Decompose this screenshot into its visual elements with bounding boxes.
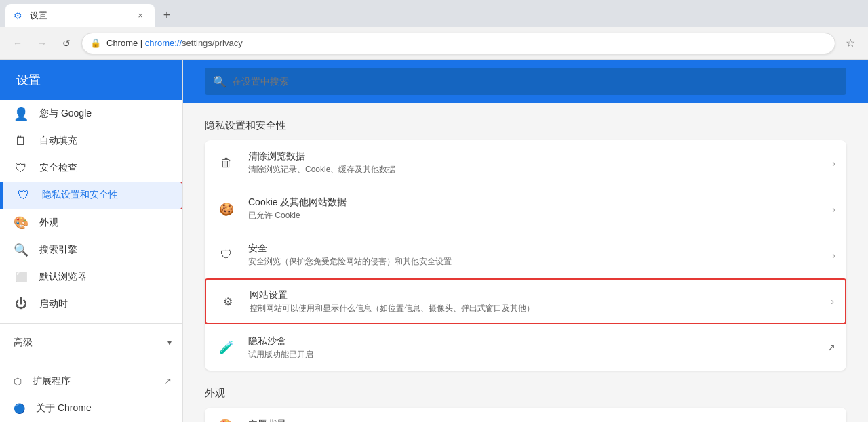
lock-icon: 🔒 <box>90 38 101 48</box>
extensions-icon: ⬡ <box>14 376 22 387</box>
search-nav-icon: 🔍 <box>14 242 28 257</box>
card-privacy-sandbox-text: 隐私沙盒 试用版功能已开启 <box>248 335 816 360</box>
section2-title: 外观 <box>205 387 846 400</box>
tab-close-button[interactable]: × <box>134 9 146 22</box>
section1-title: 隐私设置和安全性 <box>205 119 846 132</box>
card-themes-title: 主题背景 <box>248 419 821 422</box>
sidebar-header: 设置 <box>0 60 182 100</box>
card-site-settings-title: 网站设置 <box>250 289 820 301</box>
sidebar-item-privacy-label: 隐私设置和安全性 <box>42 189 118 201</box>
sidebar-item-startup-label: 启动时 <box>39 298 68 310</box>
sidebar-item-advanced[interactable]: 高级 ▾ <box>0 329 182 356</box>
card-security[interactable]: 🛡 安全 安全浏览（保护您免受危险网站的侵害）和其他安全设置 › <box>205 232 846 278</box>
active-tab[interactable]: ⚙ 设置 × <box>5 4 155 27</box>
title-bar: ⚙ 设置 × + <box>0 0 868 27</box>
sidebar-item-google-label: 您与 Google <box>39 108 92 120</box>
privacy-icon: 🛡 <box>16 188 31 203</box>
safety-icon: 🛡 <box>14 161 28 175</box>
privacy-card-list: 🗑 清除浏览数据 清除浏览记录、Cookie、缓存及其他数据 › 🍪 Cooki… <box>205 140 846 371</box>
cookie-icon: 🍪 <box>216 202 237 217</box>
card-cookies-subtitle: 已允许 Cookie <box>248 210 821 221</box>
sidebar-item-safety[interactable]: 🛡 安全检查 <box>0 154 182 182</box>
card-cookies-title: Cookie 及其他网站数据 <box>248 196 821 209</box>
sidebar-item-search[interactable]: 🔍 搜索引擎 <box>0 236 182 263</box>
appearance-card-list: 🎨 主题背景 › <box>205 408 846 422</box>
bookmark-button[interactable]: ☆ <box>841 34 860 53</box>
sidebar-item-about[interactable]: 🔵 关于 Chrome <box>0 395 182 422</box>
sidebar-item-autofill-label: 自动填充 <box>39 135 77 147</box>
site-name: Chrome <box>106 38 138 48</box>
sidebar-item-startup[interactable]: ⏻ 启动时 <box>0 291 182 318</box>
card-site-settings[interactable]: ⚙ 网站设置 控制网站可以使用和显示什么信息（如位置信息、摄像头、弹出式窗口及其… <box>205 278 846 324</box>
card-clear-browsing[interactable]: 🗑 清除浏览数据 清除浏览记录、Cookie、缓存及其他数据 › <box>205 140 846 186</box>
card-cookies-text: Cookie 及其他网站数据 已允许 Cookie <box>248 196 821 221</box>
search-box[interactable]: 🔍 <box>205 68 846 95</box>
card-privacy-sandbox-external-icon: ↗ <box>827 342 835 353</box>
card-security-subtitle: 安全浏览（保护您免受危险网站的侵害）和其他安全设置 <box>248 256 821 268</box>
about-label: 关于 Chrome <box>36 402 92 415</box>
card-themes-text: 主题背景 <box>248 419 821 422</box>
sidebar-item-safety-label: 安全检查 <box>39 162 77 174</box>
startup-icon: ⏻ <box>14 297 28 311</box>
card-site-settings-text: 网站设置 控制网站可以使用和显示什么信息（如位置信息、摄像头、弹出式窗口及其他） <box>250 289 820 314</box>
sidebar-item-browser-label: 默认浏览器 <box>39 271 87 283</box>
card-clear-browsing-subtitle: 清除浏览记录、Cookie、缓存及其他数据 <box>248 164 821 175</box>
card-cookies[interactable]: 🍪 Cookie 及其他网站数据 已允许 Cookie › <box>205 186 846 232</box>
address-separator: | <box>138 38 145 48</box>
sidebar-item-google[interactable]: 👤 您与 Google <box>0 100 182 127</box>
card-security-title: 安全 <box>248 242 821 255</box>
main-content: 设置 👤 您与 Google 🗒 自动填充 🛡 安全检查 🛡 隐私设置和安全性 … <box>0 60 868 422</box>
address-bar-row: ← → ↺ 🔒 Chrome | chrome://settings/priva… <box>0 27 868 60</box>
card-clear-browsing-text: 清除浏览数据 清除浏览记录、Cookie、缓存及其他数据 <box>248 150 821 175</box>
back-button[interactable]: ← <box>8 34 27 53</box>
security-icon: 🛡 <box>216 248 237 262</box>
external-link-icon: ↗ <box>164 376 172 386</box>
sidebar-item-autofill[interactable]: 🗒 自动填充 <box>0 127 182 154</box>
settings-topbar: 🔍 <box>183 60 868 103</box>
about-icon: 🔵 <box>14 403 25 414</box>
sidebar-item-extensions[interactable]: ⬡ 扩展程序 ↗ <box>0 368 182 395</box>
advanced-label: 高级 <box>14 337 157 349</box>
address-bar[interactable]: 🔒 Chrome | chrome://settings/privacy <box>81 33 835 54</box>
card-privacy-sandbox[interactable]: 🧪 隐私沙盒 试用版功能已开启 ↗ <box>205 324 846 371</box>
extensions-label: 扩展程序 <box>33 375 153 387</box>
site-settings-icon: ⚙ <box>217 295 239 308</box>
appearance-section: 外观 🎨 主题背景 › <box>205 387 846 422</box>
search-input[interactable] <box>232 76 838 87</box>
address-path: settings/privacy <box>182 38 243 48</box>
tab-favicon-icon: ⚙ <box>14 10 24 21</box>
card-privacy-sandbox-title: 隐私沙盒 <box>248 335 816 347</box>
sidebar-item-search-label: 搜索引擎 <box>39 244 77 256</box>
sandbox-icon: 🧪 <box>216 340 237 355</box>
sidebar-item-appearance[interactable]: 🎨 外观 <box>0 209 182 236</box>
card-security-text: 安全 安全浏览（保护您免受危险网站的侵害）和其他安全设置 <box>248 242 821 268</box>
reload-button[interactable]: ↺ <box>57 34 76 53</box>
sidebar: 设置 👤 您与 Google 🗒 自动填充 🛡 安全检查 🛡 隐私设置和安全性 … <box>0 60 183 422</box>
card-security-chevron-icon: › <box>832 250 835 261</box>
card-site-settings-chevron-icon: › <box>831 296 834 307</box>
sidebar-title: 设置 <box>16 72 41 88</box>
sidebar-divider <box>0 323 182 324</box>
card-themes[interactable]: 🎨 主题背景 › <box>205 408 846 422</box>
new-tab-button[interactable]: + <box>157 5 176 24</box>
appearance-icon: 🎨 <box>14 215 28 230</box>
person-icon: 👤 <box>14 106 28 121</box>
autofill-icon: 🗒 <box>14 134 28 148</box>
card-cookies-chevron-icon: › <box>832 204 835 215</box>
sidebar-item-default-browser[interactable]: ⬜ 默认浏览器 <box>0 263 182 291</box>
address-scheme: chrome:// <box>145 38 182 48</box>
sidebar-item-privacy[interactable]: 🛡 隐私设置和安全性 <box>0 182 182 209</box>
browser-frame: ⚙ 设置 × + ← → ↺ 🔒 Chrome | chrome://setti… <box>0 0 868 422</box>
card-privacy-sandbox-subtitle: 试用版功能已开启 <box>248 349 816 360</box>
chevron-down-icon: ▾ <box>167 338 172 347</box>
card-clear-browsing-chevron-icon: › <box>832 158 835 169</box>
sidebar-divider-2 <box>0 362 182 362</box>
privacy-section: 隐私设置和安全性 🗑 清除浏览数据 清除浏览记录、Cookie、缓存及其他数据 … <box>205 119 846 371</box>
sidebar-item-appearance-label: 外观 <box>39 217 58 229</box>
themes-icon: 🎨 <box>216 418 237 422</box>
tab-title-label: 设置 <box>30 9 129 22</box>
address-text: Chrome | chrome://settings/privacy <box>106 38 827 48</box>
search-icon: 🔍 <box>213 75 226 88</box>
forward-button[interactable]: → <box>33 34 52 53</box>
card-site-settings-subtitle: 控制网站可以使用和显示什么信息（如位置信息、摄像头、弹出式窗口及其他） <box>250 303 820 314</box>
